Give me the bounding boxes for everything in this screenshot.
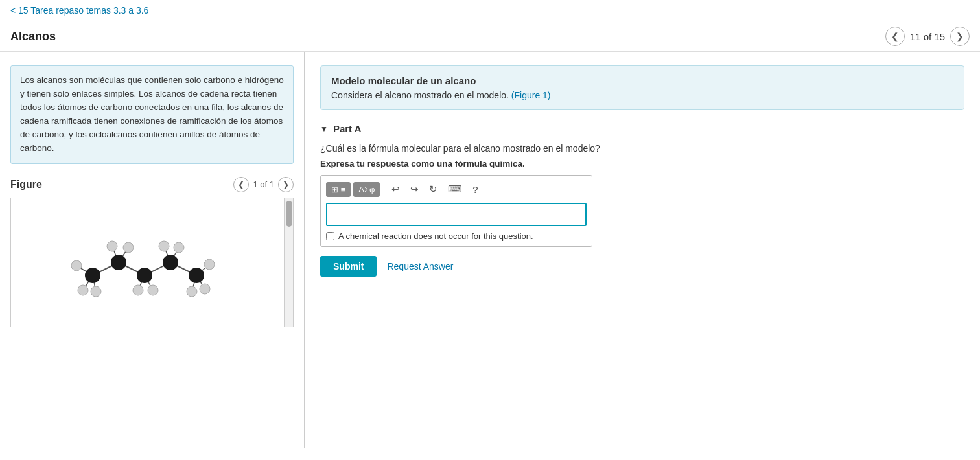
figure-container	[10, 198, 294, 327]
submit-button[interactable]: Submit	[320, 256, 377, 277]
title-bar: Alcanos ❮ 11 of 15 ❯	[0, 21, 980, 52]
part-header: ▼ Part A	[320, 123, 964, 134]
redo-button[interactable]: ↪	[406, 181, 423, 198]
svg-point-25	[123, 242, 134, 253]
info-text: Los alcanos son moléculas que contienen …	[20, 75, 284, 153]
help-button[interactable]: ?	[469, 181, 482, 198]
molecule-area	[11, 198, 284, 327]
reset-button[interactable]: ↻	[425, 181, 441, 198]
question-text: ¿Cuál es la fórmula molecular para el al…	[320, 143, 964, 154]
main-layout: Los alcanos son moléculas que contienen …	[0, 52, 980, 448]
figure-scrollbar[interactable]	[284, 198, 293, 327]
svg-point-19	[163, 255, 178, 270]
keyboard-button[interactable]: ⌨	[444, 181, 466, 198]
svg-point-32	[187, 286, 197, 297]
figure-nav: ❮ 1 of 1 ❯	[233, 177, 294, 192]
question-header: Modelo molecular de un alcano Considera …	[320, 65, 964, 110]
svg-point-27	[148, 285, 158, 295]
request-answer-link[interactable]: Request Answer	[387, 261, 453, 271]
scroll-thumb	[286, 201, 292, 227]
greek-icon: ΑΣφ	[358, 185, 375, 194]
question-header-text: Considera el alcano mostrado en el model…	[331, 90, 953, 100]
info-box: Los alcanos son moléculas que contienen …	[10, 65, 294, 164]
no-reaction-checkbox[interactable]	[326, 232, 334, 240]
question-header-title: Modelo molecular de un alcano	[331, 75, 953, 86]
pagination-text: 11 of 15	[910, 31, 945, 42]
checkbox-row: A chemical reaction does not occur for t…	[326, 231, 587, 241]
checkbox-label: A chemical reaction does not occur for t…	[338, 231, 533, 241]
template-icon: ⊞	[331, 185, 338, 194]
svg-point-18	[137, 268, 152, 283]
top-bar: < 15 Tarea repaso temas 3.3 a 3.6	[0, 0, 980, 21]
svg-point-26	[133, 285, 143, 295]
svg-point-23	[91, 286, 101, 297]
template-lines-icon: ≡	[341, 185, 346, 194]
figure1-link[interactable]: (Figure 1)	[511, 90, 551, 100]
svg-point-28	[159, 241, 169, 251]
svg-point-31	[200, 284, 210, 294]
actions: Submit Request Answer	[320, 256, 964, 277]
prev-question-button[interactable]: ❮	[885, 27, 905, 46]
svg-point-24	[107, 241, 117, 251]
left-panel: Los alcanos son moléculas que contienen …	[0, 52, 305, 448]
figure-header: Figure ❮ 1 of 1 ❯	[10, 177, 294, 192]
editor-toolbar: ⊞ ≡ ΑΣφ ↩ ↪ ↻ ⌨ ?	[326, 181, 587, 198]
editor-box: ⊞ ≡ ΑΣφ ↩ ↪ ↻ ⌨ ? A chemical reaction do…	[320, 175, 592, 247]
svg-point-20	[189, 268, 204, 283]
svg-point-21	[71, 260, 82, 271]
figure-count: 1 of 1	[253, 179, 274, 189]
template-button[interactable]: ⊞ ≡	[326, 182, 351, 197]
svg-point-30	[204, 259, 215, 270]
greek-button[interactable]: ΑΣφ	[353, 182, 380, 197]
next-question-button[interactable]: ❯	[950, 27, 970, 46]
molecule-svg	[57, 207, 239, 317]
figure-title: Figure	[10, 179, 42, 190]
part-title: Part A	[333, 123, 362, 134]
figure-next-button[interactable]: ❯	[278, 177, 294, 192]
instructions-text: Expresa tu respuesta como una fórmula qu…	[320, 159, 964, 168]
page-title: Alcanos	[10, 30, 56, 43]
right-panel: Modelo molecular de un alcano Considera …	[305, 52, 980, 448]
collapse-arrow-icon[interactable]: ▼	[320, 124, 328, 133]
pagination: ❮ 11 of 15 ❯	[885, 27, 970, 46]
svg-point-29	[174, 242, 184, 253]
part-a-section: ▼ Part A ¿Cuál es la fórmula molecular p…	[320, 123, 964, 277]
figure-prev-button[interactable]: ❮	[233, 177, 249, 192]
answer-input[interactable]	[326, 203, 587, 226]
undo-button[interactable]: ↩	[388, 181, 404, 198]
svg-point-17	[111, 255, 126, 270]
svg-point-16	[85, 268, 100, 283]
svg-point-22	[78, 285, 88, 295]
back-link[interactable]: < 15 Tarea repaso temas 3.3 a 3.6	[10, 5, 148, 16]
